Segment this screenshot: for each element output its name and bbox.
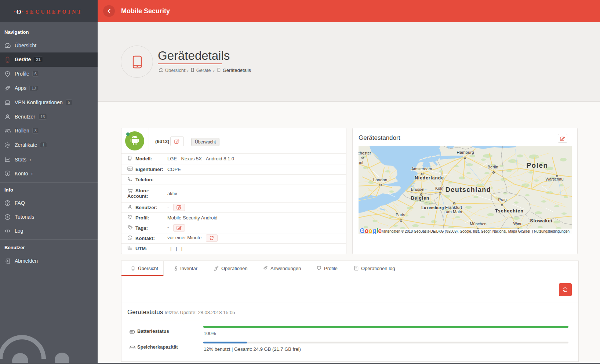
svg-text:London: London <box>373 178 387 182</box>
svg-text:Amsterdam: Amsterdam <box>411 167 432 171</box>
svg-text:nchester: nchester <box>359 151 371 155</box>
svg-text:Frankfurt: Frankfurt <box>445 205 462 210</box>
svg-text:Polen: Polen <box>526 161 548 169</box>
svg-text:Tschechien: Tschechien <box>495 208 524 214</box>
svg-text:Warschau: Warschau <box>545 177 563 181</box>
svg-text:SECUREPOINT: SECUREPOINT <box>25 9 83 15</box>
svg-text:Niederlande: Niederlande <box>415 175 444 181</box>
svg-text:Luxemburg: Luxemburg <box>421 205 444 210</box>
svg-text:München: München <box>470 222 486 226</box>
svg-text:Wien: Wien <box>513 221 522 226</box>
svg-text:Prag: Prag <box>498 197 506 202</box>
svg-text:Hamburg: Hamburg <box>457 150 474 154</box>
svg-text:Berlin: Berlin <box>487 165 498 169</box>
svg-text:Brüssel: Brüssel <box>411 187 425 192</box>
svg-text:am Main: am Main <box>446 210 462 214</box>
svg-text:Kartendaten © 2018 GeoBasis-DE: Kartendaten © 2018 GeoBasis-DE/BKG (©200… <box>381 229 570 233</box>
svg-text:Google: Google <box>360 227 382 234</box>
svg-text:Köln: Köln <box>435 186 443 190</box>
svg-text:Deutschland: Deutschland <box>446 186 491 193</box>
svg-text:Belgien: Belgien <box>411 196 429 201</box>
svg-text:Slowakei: Slowakei <box>530 218 553 223</box>
svg-text:ool: ool <box>359 160 363 165</box>
svg-text:Paris: Paris <box>396 212 405 217</box>
